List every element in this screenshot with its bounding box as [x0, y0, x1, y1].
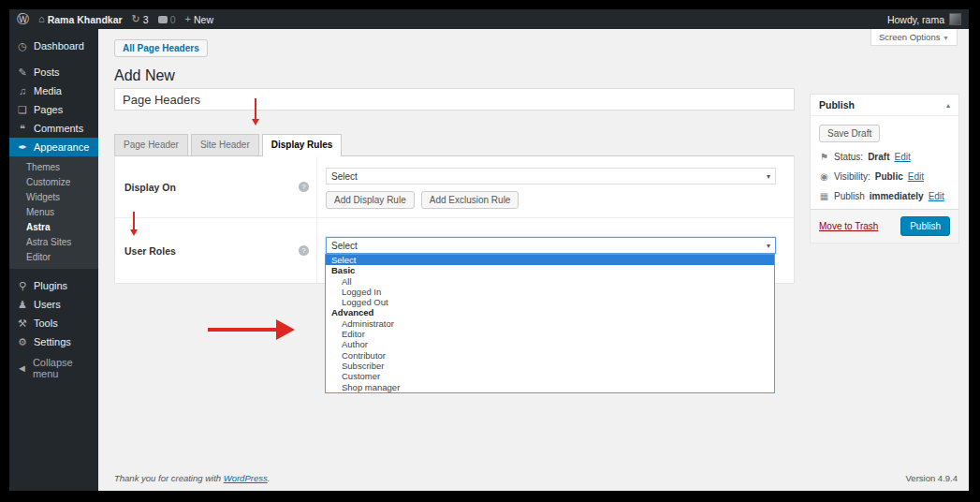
tools-icon: ⚒ [17, 318, 28, 329]
site-name: Rama Khandkar [48, 14, 123, 25]
comments-menu[interactable]: 0 [158, 14, 176, 25]
sidebar-item-settings[interactable]: ⚙ Settings [9, 332, 98, 351]
submenu-item-editor[interactable]: Editor [9, 250, 98, 265]
submenu-item-astra-sites[interactable]: Astra Sites [9, 235, 98, 250]
display-on-select[interactable]: Select ▾ [326, 168, 776, 185]
dropdown-option-author[interactable]: Author [326, 339, 774, 349]
sidebar-item-tools[interactable]: ⚒ Tools [9, 314, 98, 332]
visibility-line: ◉ Visibility: Public Edit [819, 171, 950, 182]
avatar[interactable] [949, 13, 961, 25]
user-roles-select-value: Select [331, 241, 358, 251]
dropdown-group-advanced: Advanced [326, 307, 774, 317]
select-caret-icon: ▾ [767, 242, 770, 250]
version-text: Version 4.9.4 [906, 473, 958, 483]
dropdown-option-all[interactable]: All [326, 276, 774, 287]
publish-box-title: Publish [819, 99, 855, 111]
user-roles-select[interactable]: Select ▾ [326, 237, 776, 254]
sidebar-item-label: Tools [34, 317, 58, 329]
comments-count: 0 [170, 14, 176, 25]
post-title-input[interactable] [114, 88, 795, 111]
dropdown-option-logged-out[interactable]: Logged Out [326, 297, 774, 307]
dropdown-option-contributor[interactable]: Contributor [326, 350, 774, 361]
dropdown-option-shop-manager[interactable]: Shop manager [326, 382, 774, 392]
tab-site-header[interactable]: Site Header [191, 134, 259, 155]
updates-icon: ↻ [132, 14, 140, 24]
howdy-account-menu[interactable]: Howdy, rama [887, 14, 944, 25]
screen-options-label: Screen Options [879, 32, 940, 42]
sidebar-item-label: Posts [34, 66, 60, 78]
sidebar-item-media[interactable]: ♫ Media [9, 81, 98, 100]
dropdown-option-editor[interactable]: Editor [326, 329, 774, 339]
admin-sidebar: ◷ Dashboard ✎ Posts ♫ Media ❏ Pages ❝ Co… [9, 29, 98, 491]
sidebar-item-users[interactable]: ♟ Users [9, 295, 98, 314]
tab-page-header[interactable]: Page Header [114, 134, 188, 155]
screen-options-button[interactable]: Screen Options ▼ [870, 29, 958, 46]
publish-button[interactable]: Publish [900, 216, 950, 236]
display-on-label: Display On [124, 182, 176, 193]
sidebar-item-label: Media [34, 85, 62, 96]
sidebar-item-collapse-menu[interactable]: ◄ Collapse menu [9, 359, 98, 377]
dropdown-option-subscriber[interactable]: Subscriber [326, 361, 774, 371]
updates-menu[interactable]: ↻ 3 [132, 14, 149, 25]
sidebar-item-comments[interactable]: ❝ Comments [9, 119, 98, 138]
display-on-row: Display On ? Select ▾ Add Display Rule A… [115, 156, 794, 218]
status-label: Status: [834, 152, 863, 162]
add-display-rule-button[interactable]: Add Display Rule [326, 191, 415, 209]
user-roles-dropdown-list: Select Basic All Logged In Logged Out Ad… [325, 254, 775, 393]
save-draft-button[interactable]: Save Draft [819, 125, 880, 142]
footer-thanks-text: Thank you for creating with [114, 473, 224, 483]
sidebar-item-plugins[interactable]: ⚲ Plugins [9, 276, 98, 295]
caret-up-icon[interactable]: ▴ [946, 101, 950, 110]
sidebar-item-dashboard[interactable]: ◷ Dashboard [9, 37, 98, 55]
sidebar-item-label: Appearance [34, 141, 89, 153]
new-content-menu[interactable]: + New [185, 14, 213, 25]
updates-count: 3 [143, 14, 149, 25]
all-page-headers-button[interactable]: All Page Headers [114, 39, 208, 57]
tab-display-rules[interactable]: Display Rules [262, 134, 343, 156]
schedule-label: Publish [834, 191, 865, 201]
submenu-item-customize[interactable]: Customize [9, 175, 98, 190]
menu-separator [9, 269, 98, 276]
submenu-item-themes[interactable]: Themes [9, 160, 98, 175]
submenu-item-astra[interactable]: Astra [9, 220, 98, 235]
visibility-label: Visibility: [834, 171, 870, 182]
schedule-edit-link[interactable]: Edit [929, 191, 944, 201]
sidebar-item-label: Collapse menu [33, 357, 91, 379]
help-icon[interactable]: ? [299, 182, 309, 192]
screenshot-frame: Ⓦ ⌂ Rama Khandkar ↻ 3 0 + New [0, 0, 980, 502]
status-line: ⚑ Status: Draft Edit [819, 152, 950, 162]
site-link[interactable]: ⌂ Rama Khandkar [38, 14, 123, 25]
sidebar-item-posts[interactable]: ✎ Posts [9, 63, 98, 81]
schedule-line: ▦ Publish immediately Edit [819, 191, 950, 201]
submenu-item-widgets[interactable]: Widgets [9, 190, 98, 205]
wordpress-logo-icon[interactable]: Ⓦ [17, 13, 29, 25]
submenu-item-menus[interactable]: Menus [9, 205, 98, 220]
status-edit-link[interactable]: Edit [894, 152, 910, 162]
sidebar-item-pages[interactable]: ❏ Pages [9, 100, 98, 119]
new-label: New [194, 14, 213, 25]
media-icon: ♫ [17, 86, 28, 96]
home-icon: ⌂ [38, 14, 45, 24]
wordpress-footer-link[interactable]: WordPress [224, 473, 268, 483]
menu-separator [9, 55, 98, 63]
collapse-icon: ◄ [17, 363, 27, 374]
comments-bubble-icon [158, 16, 168, 23]
dropdown-option-select[interactable]: Select [326, 255, 774, 265]
annotation-arrow-display-rules [255, 98, 256, 124]
sidebar-item-appearance[interactable]: ✒ Appearance [9, 138, 98, 156]
wordpress-admin-screen: Ⓦ ⌂ Rama Khandkar ↻ 3 0 + New [9, 9, 969, 491]
move-to-trash-link[interactable]: Move to Trash [819, 221, 878, 231]
dropdown-option-customer[interactable]: Customer [326, 371, 774, 381]
dropdown-group-basic: Basic [326, 265, 774, 275]
publish-metabox: Publish ▴ Save Draft ⚑ Status: Draft Edi… [810, 94, 959, 244]
visibility-eye-icon: ◉ [819, 171, 829, 182]
status-pin-icon: ⚑ [819, 152, 829, 162]
dropdown-option-administrator[interactable]: Administrator [326, 318, 774, 329]
visibility-edit-link[interactable]: Edit [908, 171, 924, 182]
help-icon[interactable]: ? [299, 245, 309, 256]
sidebar-item-label: Pages [34, 104, 63, 115]
dropdown-option-logged-in[interactable]: Logged In [326, 287, 774, 297]
add-exclusion-rule-button[interactable]: Add Exclusion Rule [421, 191, 519, 209]
visibility-value: Public [875, 171, 903, 182]
appearance-submenu: Themes Customize Widgets Menus Astra Ast… [9, 156, 98, 269]
